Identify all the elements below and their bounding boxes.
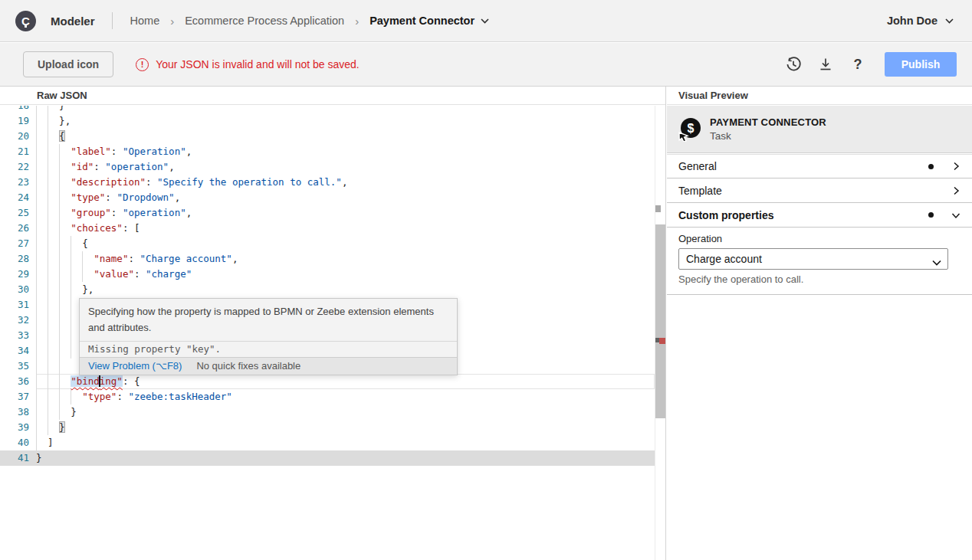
section-template[interactable]: Template bbox=[667, 178, 972, 203]
code-token: "Operation" bbox=[123, 146, 186, 157]
line-number[interactable]: 39 bbox=[0, 420, 29, 435]
code-line-37[interactable]: 37 "type": "zeebe:taskHeader" bbox=[0, 389, 655, 404]
line-number[interactable]: 31 bbox=[0, 297, 29, 313]
upload-icon-button[interactable]: Upload icon bbox=[23, 51, 113, 77]
code-token: "description" bbox=[71, 176, 146, 188]
breadcrumb-project[interactable]: Ecommerce Process Application bbox=[185, 15, 344, 27]
line-number[interactable]: 25 bbox=[0, 205, 29, 221]
breadcrumb-current[interactable]: Payment Connector bbox=[369, 15, 489, 27]
code-line-41[interactable]: 41} bbox=[0, 450, 655, 466]
line-number[interactable]: 20 bbox=[0, 129, 29, 144]
code-text: "binding": { bbox=[36, 374, 140, 389]
connector-subtitle: Task bbox=[710, 130, 826, 142]
navbar-divider bbox=[112, 12, 113, 29]
code-line-23[interactable]: 23 "description": "Specify the operation… bbox=[0, 175, 655, 190]
code-text: } bbox=[36, 420, 65, 435]
code-token: "id" bbox=[71, 161, 94, 172]
line-number[interactable]: 28 bbox=[0, 251, 29, 267]
line-number[interactable]: 22 bbox=[0, 159, 29, 175]
svg-text:$: $ bbox=[688, 121, 695, 134]
code-line-39[interactable]: 39 } bbox=[0, 420, 655, 435]
json-code-editor[interactable]: 18 }19 },20 {21 "label": "Operation",22 … bbox=[0, 106, 665, 560]
connector-title: PAYMENT CONNECTOR bbox=[710, 116, 826, 128]
line-number[interactable]: 36 bbox=[0, 374, 29, 389]
line-number[interactable]: 34 bbox=[0, 343, 29, 359]
breadcrumb-home[interactable]: Home bbox=[130, 15, 160, 27]
code-text bbox=[36, 359, 71, 374]
tooltip-problem-message: Missing property "key". bbox=[80, 341, 457, 357]
code-line-27[interactable]: 27 { bbox=[0, 236, 655, 251]
line-number[interactable]: 40 bbox=[0, 435, 29, 450]
code-line-29[interactable]: 29 "value": "charge" bbox=[0, 267, 655, 282]
tooltip-description: Specifying how the property is mapped to… bbox=[80, 299, 457, 341]
code-token: "name" bbox=[94, 253, 128, 264]
code-text: } bbox=[36, 450, 42, 466]
code-token: "group" bbox=[71, 207, 111, 218]
code-text: "label": "Operation", bbox=[36, 144, 192, 159]
line-number[interactable]: 33 bbox=[0, 328, 29, 343]
code-token: , bbox=[186, 146, 192, 157]
code-line-25[interactable]: 25 "group": "operation", bbox=[0, 205, 655, 221]
line-number[interactable]: 29 bbox=[0, 267, 29, 282]
tooltip-actions: View Problem (⌥F8) No quick fixes availa… bbox=[80, 357, 457, 375]
line-number[interactable]: 27 bbox=[0, 236, 29, 251]
code-text: "type": "zeebe:taskHeader" bbox=[36, 389, 232, 404]
code-text: { bbox=[36, 236, 88, 251]
visual-preview-header: Visual Preview bbox=[667, 87, 972, 105]
publish-button[interactable]: Publish bbox=[885, 52, 957, 77]
code-text: }, bbox=[36, 282, 94, 297]
help-icon[interactable]: ? bbox=[848, 54, 868, 74]
code-token: { bbox=[82, 237, 88, 249]
code-line-22[interactable]: 22 "id": "operation", bbox=[0, 159, 655, 175]
code-token: : [ bbox=[123, 222, 140, 234]
code-token: } bbox=[36, 452, 42, 463]
line-number[interactable]: 21 bbox=[0, 144, 29, 159]
section-general[interactable]: General bbox=[667, 154, 972, 178]
code-text: "value": "charge" bbox=[36, 267, 192, 282]
code-text: } bbox=[36, 106, 65, 113]
code-line-18[interactable]: 18 } bbox=[0, 106, 655, 113]
code-line-20[interactable]: 20 { bbox=[0, 129, 655, 144]
code-line-24[interactable]: 24 "type": "Dropdown", bbox=[0, 190, 655, 205]
code-line-36[interactable]: 36 "binding": { bbox=[0, 374, 655, 389]
error-icon: ! bbox=[136, 58, 149, 71]
line-number[interactable]: 24 bbox=[0, 190, 29, 205]
code-line-40[interactable]: 40 ] bbox=[0, 435, 655, 450]
code-line-28[interactable]: 28 "name": "Charge account", bbox=[0, 251, 655, 267]
code-text: "group": "operation", bbox=[36, 205, 192, 221]
line-number[interactable]: 41 bbox=[0, 450, 29, 466]
code-line-26[interactable]: 26 "choices": [ bbox=[0, 221, 655, 236]
line-number[interactable]: 19 bbox=[0, 113, 29, 129]
raw-json-header: Raw JSON bbox=[0, 87, 665, 105]
code-line-21[interactable]: 21 "label": "Operation", bbox=[0, 144, 655, 159]
line-number[interactable]: 30 bbox=[0, 282, 29, 297]
operation-select[interactable]: Charge account bbox=[678, 248, 948, 270]
hover-tooltip: Specifying how the property is mapped to… bbox=[79, 298, 458, 375]
code-token: } bbox=[71, 406, 77, 418]
code-line-38[interactable]: 38 } bbox=[0, 404, 655, 420]
line-number[interactable]: 26 bbox=[0, 221, 29, 236]
code-token: "Specify the operation to call." bbox=[157, 176, 342, 188]
line-number[interactable]: 35 bbox=[0, 359, 29, 374]
code-line-19[interactable]: 19 }, bbox=[0, 113, 655, 129]
line-number[interactable]: 38 bbox=[0, 404, 29, 420]
line-number[interactable]: 37 bbox=[0, 389, 29, 404]
editor-scrollbar[interactable] bbox=[655, 224, 665, 418]
user-menu[interactable]: John Doe bbox=[887, 15, 954, 27]
code-text: } bbox=[36, 404, 77, 420]
code-token: "label" bbox=[71, 146, 111, 157]
line-number[interactable]: 18 bbox=[0, 106, 29, 113]
chevron-down-icon bbox=[481, 18, 489, 24]
line-number[interactable]: 23 bbox=[0, 175, 29, 190]
code-token: , bbox=[186, 207, 192, 218]
code-line-30[interactable]: 30 }, bbox=[0, 282, 655, 297]
code-token: "choices" bbox=[71, 222, 123, 234]
line-number[interactable]: 32 bbox=[0, 313, 29, 328]
breadcrumb-separator-icon: › bbox=[170, 15, 174, 28]
history-icon[interactable] bbox=[783, 54, 803, 74]
section-custom-properties[interactable]: Custom properties bbox=[667, 203, 972, 228]
download-icon[interactable] bbox=[816, 54, 836, 74]
main-content: Raw JSON 18 }19 },20 {21 "label": "Opera… bbox=[0, 87, 972, 560]
view-problem-link[interactable]: View Problem (⌥F8) bbox=[88, 360, 182, 372]
chevron-down-icon bbox=[951, 210, 961, 221]
